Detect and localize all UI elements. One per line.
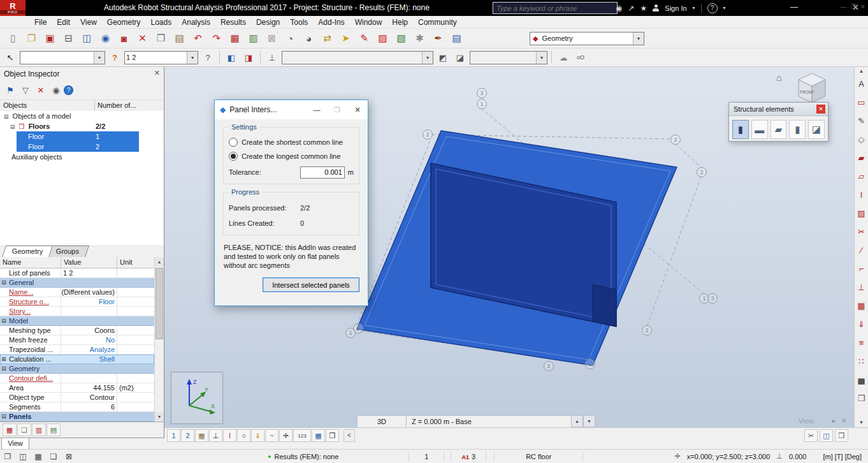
scroll-down-icon[interactable]: ▼ — [155, 412, 164, 422]
material-icon[interactable]: ▨ — [855, 205, 868, 221]
measure-tool-icon[interactable]: ▅ — [855, 372, 868, 387]
new-window-toggle[interactable]: ❒ — [326, 429, 339, 442]
composition-tab-icon[interactable]: ▥ — [32, 423, 46, 436]
tree-item-floors[interactable]: ⊟ ❒ Floors 2/2 — [0, 121, 164, 131]
property-row[interactable]: ⊟ Panels — [0, 412, 154, 422]
tree-item-floor-2[interactable]: Floor 2 — [17, 142, 139, 152]
select-arrow-icon[interactable]: ➤ — [336, 30, 355, 47]
keyword-search-input[interactable] — [493, 2, 618, 14]
node-numbers-toggle[interactable]: 1 — [167, 429, 180, 442]
cloud-icon[interactable]: ☁ — [556, 50, 571, 65]
tree-item-auxiliary-objects[interactable]: Auxiliary objects — [0, 152, 164, 162]
search-binoculars-icon[interactable]: ◉ — [616, 4, 622, 13]
menu-item[interactable]: Geometry — [102, 16, 146, 29]
scroll-thumb[interactable] — [156, 268, 163, 339]
redo-icon[interactable]: ↷ — [207, 30, 226, 47]
toolbar-scroll-up-icon[interactable]: ▲ — [859, 67, 864, 76]
polyline-icon[interactable]: ◇ — [855, 131, 868, 147]
radio-unchecked-icon[interactable] — [229, 138, 238, 147]
tab-groups[interactable]: Groups — [46, 246, 89, 257]
property-row[interactable]: ⊟ General — [0, 278, 154, 288]
bookmark-icon[interactable]: ⚑ — [3, 84, 18, 98]
cut-tool-icon[interactable]: ✂ — [855, 224, 868, 239]
copy-icon[interactable]: ❐ — [152, 30, 170, 47]
property-row[interactable]: Contour defi... — [0, 374, 154, 383]
object-filter-combo[interactable]: ▾ — [20, 51, 105, 64]
inspector-close-icon[interactable]: ✕ — [154, 69, 160, 77]
bar-numbers-toggle[interactable]: 2 — [181, 429, 194, 442]
wrench-icon[interactable]: ✒ — [429, 30, 447, 47]
bottom-split-icon[interactable]: ◫ — [820, 429, 833, 442]
palette-close-icon[interactable]: ✕ — [816, 105, 825, 114]
intersect-panels-button[interactable]: Intersect selected panels — [263, 277, 359, 292]
units-display[interactable]: [m] [T] [Deg] — [823, 453, 862, 460]
mdi-close-icon[interactable]: ✕ — [860, 3, 865, 10]
layout-field[interactable]: A13 — [451, 452, 486, 462]
property-row[interactable]: ⊟ Model — [0, 316, 154, 326]
claddings-icon[interactable]: ▱ — [855, 168, 868, 184]
node-count-field[interactable]: 1 — [409, 452, 444, 462]
results-combo[interactable]: ▾ — [470, 51, 547, 64]
collapse-icon[interactable]: ⊟ — [4, 114, 9, 120]
tolerance-input[interactable] — [300, 166, 345, 179]
paste-icon[interactable]: ▤ — [170, 30, 189, 47]
node-selection-icon[interactable]: ◩ — [435, 50, 451, 65]
dialog-close-button[interactable]: ✕ — [347, 100, 368, 119]
hatch-icon[interactable]: ▨ — [373, 30, 392, 47]
property-row[interactable]: List of panels 1 2 — [0, 268, 154, 278]
view-selector-combo[interactable]: ◆ Geometry ▾ — [530, 32, 644, 45]
menu-item[interactable]: Edit — [52, 16, 75, 29]
linked-nodes-icon[interactable]: oO — [573, 50, 588, 65]
dialog-title-bar[interactable]: ◆ Panel Inters... — ❐ ✕ — [215, 100, 368, 119]
profile-icon[interactable]: ⌐ — [855, 261, 868, 276]
mdi-restore-icon[interactable]: ❐ — [851, 3, 857, 10]
menu-item[interactable]: Community — [413, 16, 462, 29]
mdi-minimize-icon[interactable]: — — [841, 3, 847, 10]
combo-caret-icon[interactable]: ▾ — [187, 52, 198, 64]
combo-caret-icon[interactable]: ▾ — [94, 52, 105, 64]
panel-numbers-toggle[interactable]: ▦ — [195, 429, 208, 442]
property-row[interactable]: Structure o... Floor — [0, 297, 154, 307]
help-select-icon[interactable]: ? — [107, 50, 122, 65]
view-manager-icon[interactable]: ◧ — [224, 50, 239, 65]
menu-item[interactable]: Window — [350, 16, 387, 29]
property-row[interactable]: Segments 6 — [0, 402, 154, 412]
sign-in-button[interactable]: Sign In — [665, 4, 686, 12]
menu-item[interactable]: Tools — [285, 16, 313, 29]
se-panel-icon[interactable]: ▮ — [732, 120, 749, 139]
display-tab-icon[interactable]: ▤ — [47, 423, 61, 436]
property-row[interactable]: Name... (Different values) — [0, 288, 154, 297]
results-status-text[interactable]: Results (FEM): none — [274, 453, 338, 460]
property-grid-scrollbar[interactable]: ▲ ▼ — [154, 257, 164, 422]
tab-scroll-icon[interactable]: ▸ — [832, 417, 835, 424]
settings-icon[interactable]: ✱ — [410, 30, 429, 47]
pan-icon[interactable]: ⇄ — [318, 30, 336, 47]
property-row[interactable]: Story... — [0, 307, 154, 316]
story-tool-icon[interactable]: ≡ — [855, 335, 868, 350]
property-row[interactable]: Object type Contour — [0, 393, 154, 402]
favorites-star-icon[interactable]: ★ — [640, 4, 647, 13]
filter-delete-icon[interactable]: ✕ — [33, 84, 48, 98]
z-level-status[interactable]: Z = 0.000 m - Base — [407, 415, 571, 427]
strip-scroll-left-icon[interactable]: < — [344, 429, 355, 442]
scroll-up-icon[interactable]: ▲ — [155, 257, 164, 267]
bar-selection-icon[interactable]: ◪ — [452, 50, 468, 65]
panels-tab-icon[interactable]: ▦ — [3, 423, 17, 436]
se-inclined-panel-icon[interactable]: ▰ — [770, 120, 787, 139]
cascade-windows-icon[interactable]: ❏ — [46, 450, 61, 463]
objects-tab-icon[interactable]: ❏ — [17, 423, 31, 436]
toolbar-scroll-down-icon[interactable]: ▼ — [859, 418, 864, 427]
view-tab-3d[interactable]: 3D — [357, 415, 407, 427]
zoom-icon[interactable]: ◔ — [281, 30, 300, 47]
tree-item-floor-1[interactable]: Floor 1 — [17, 131, 139, 142]
collapse-icon[interactable]: ⊟ — [10, 124, 15, 130]
split-window-icon[interactable]: ◫ — [15, 450, 31, 463]
menu-item[interactable]: Loads — [146, 16, 177, 29]
loads-toggle[interactable]: ⇓ — [251, 429, 264, 442]
shortest-line-option[interactable]: Create the shortest common line — [229, 135, 354, 149]
lever-icon[interactable]: ⊥ — [264, 50, 280, 65]
se-wall-icon[interactable]: ▮ — [789, 120, 806, 139]
options-tool-icon[interactable]: ❒ — [855, 390, 868, 406]
numbers-123-toggle[interactable]: 123 — [293, 429, 311, 442]
what-is-this-icon[interactable]: ? — [200, 50, 215, 65]
